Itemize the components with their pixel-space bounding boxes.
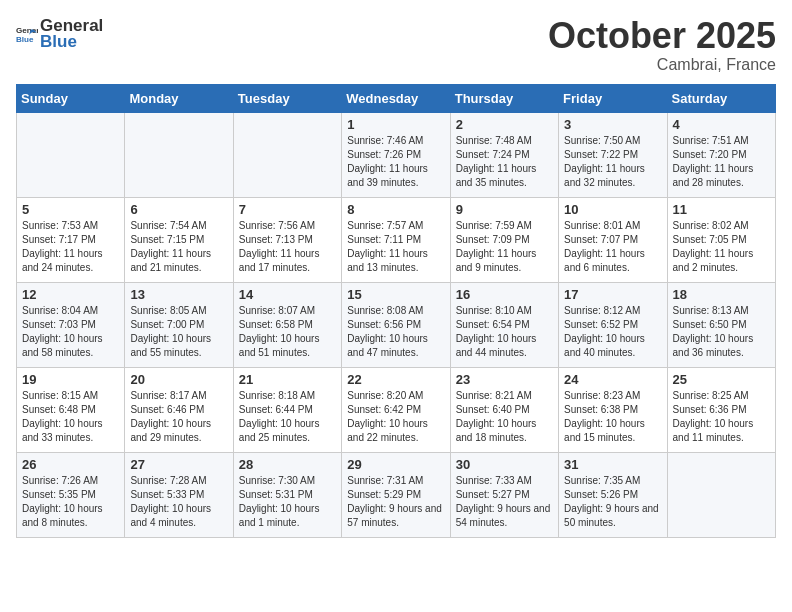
title-block: October 2025 Cambrai, France xyxy=(548,16,776,74)
day-info: Sunrise: 7:56 AMSunset: 7:13 PMDaylight:… xyxy=(239,219,336,275)
day-info: Sunrise: 8:12 AMSunset: 6:52 PMDaylight:… xyxy=(564,304,661,360)
calendar-cell: 23Sunrise: 8:21 AMSunset: 6:40 PMDayligh… xyxy=(450,367,558,452)
day-number: 3 xyxy=(564,117,661,132)
calendar-cell xyxy=(233,112,341,197)
page-header: General Blue General Blue October 2025 C… xyxy=(16,16,776,74)
day-number: 30 xyxy=(456,457,553,472)
day-info: Sunrise: 8:08 AMSunset: 6:56 PMDaylight:… xyxy=(347,304,444,360)
day-number: 10 xyxy=(564,202,661,217)
calendar-cell: 22Sunrise: 8:20 AMSunset: 6:42 PMDayligh… xyxy=(342,367,450,452)
weekday-header: Wednesday xyxy=(342,84,450,112)
weekday-header: Thursday xyxy=(450,84,558,112)
day-info: Sunrise: 8:21 AMSunset: 6:40 PMDaylight:… xyxy=(456,389,553,445)
day-info: Sunrise: 8:04 AMSunset: 7:03 PMDaylight:… xyxy=(22,304,119,360)
day-info: Sunrise: 8:01 AMSunset: 7:07 PMDaylight:… xyxy=(564,219,661,275)
calendar-cell: 3Sunrise: 7:50 AMSunset: 7:22 PMDaylight… xyxy=(559,112,667,197)
calendar-cell: 8Sunrise: 7:57 AMSunset: 7:11 PMDaylight… xyxy=(342,197,450,282)
day-number: 14 xyxy=(239,287,336,302)
day-info: Sunrise: 7:33 AMSunset: 5:27 PMDaylight:… xyxy=(456,474,553,530)
calendar-cell: 25Sunrise: 8:25 AMSunset: 6:36 PMDayligh… xyxy=(667,367,775,452)
day-info: Sunrise: 8:15 AMSunset: 6:48 PMDaylight:… xyxy=(22,389,119,445)
calendar-cell xyxy=(17,112,125,197)
weekday-header: Saturday xyxy=(667,84,775,112)
day-number: 31 xyxy=(564,457,661,472)
day-number: 24 xyxy=(564,372,661,387)
day-number: 20 xyxy=(130,372,227,387)
logo: General Blue General Blue xyxy=(16,16,103,53)
day-info: Sunrise: 7:57 AMSunset: 7:11 PMDaylight:… xyxy=(347,219,444,275)
day-info: Sunrise: 7:59 AMSunset: 7:09 PMDaylight:… xyxy=(456,219,553,275)
calendar-cell: 30Sunrise: 7:33 AMSunset: 5:27 PMDayligh… xyxy=(450,452,558,537)
calendar-cell: 26Sunrise: 7:26 AMSunset: 5:35 PMDayligh… xyxy=(17,452,125,537)
calendar-cell: 6Sunrise: 7:54 AMSunset: 7:15 PMDaylight… xyxy=(125,197,233,282)
calendar-cell: 11Sunrise: 8:02 AMSunset: 7:05 PMDayligh… xyxy=(667,197,775,282)
day-number: 19 xyxy=(22,372,119,387)
day-number: 2 xyxy=(456,117,553,132)
day-number: 25 xyxy=(673,372,770,387)
calendar-cell: 13Sunrise: 8:05 AMSunset: 7:00 PMDayligh… xyxy=(125,282,233,367)
calendar-header-row: SundayMondayTuesdayWednesdayThursdayFrid… xyxy=(17,84,776,112)
day-info: Sunrise: 8:17 AMSunset: 6:46 PMDaylight:… xyxy=(130,389,227,445)
day-info: Sunrise: 7:48 AMSunset: 7:24 PMDaylight:… xyxy=(456,134,553,190)
day-number: 13 xyxy=(130,287,227,302)
calendar-cell: 15Sunrise: 8:08 AMSunset: 6:56 PMDayligh… xyxy=(342,282,450,367)
calendar-cell: 9Sunrise: 7:59 AMSunset: 7:09 PMDaylight… xyxy=(450,197,558,282)
calendar-table: SundayMondayTuesdayWednesdayThursdayFrid… xyxy=(16,84,776,538)
day-number: 11 xyxy=(673,202,770,217)
day-info: Sunrise: 8:05 AMSunset: 7:00 PMDaylight:… xyxy=(130,304,227,360)
location-title: Cambrai, France xyxy=(548,56,776,74)
weekday-header: Monday xyxy=(125,84,233,112)
day-info: Sunrise: 8:13 AMSunset: 6:50 PMDaylight:… xyxy=(673,304,770,360)
calendar-week-row: 26Sunrise: 7:26 AMSunset: 5:35 PMDayligh… xyxy=(17,452,776,537)
day-number: 28 xyxy=(239,457,336,472)
day-number: 4 xyxy=(673,117,770,132)
day-number: 6 xyxy=(130,202,227,217)
day-number: 15 xyxy=(347,287,444,302)
day-number: 21 xyxy=(239,372,336,387)
day-info: Sunrise: 7:54 AMSunset: 7:15 PMDaylight:… xyxy=(130,219,227,275)
day-info: Sunrise: 8:23 AMSunset: 6:38 PMDaylight:… xyxy=(564,389,661,445)
day-number: 7 xyxy=(239,202,336,217)
calendar-week-row: 12Sunrise: 8:04 AMSunset: 7:03 PMDayligh… xyxy=(17,282,776,367)
calendar-cell: 24Sunrise: 8:23 AMSunset: 6:38 PMDayligh… xyxy=(559,367,667,452)
day-info: Sunrise: 7:30 AMSunset: 5:31 PMDaylight:… xyxy=(239,474,336,530)
calendar-cell: 4Sunrise: 7:51 AMSunset: 7:20 PMDaylight… xyxy=(667,112,775,197)
day-number: 29 xyxy=(347,457,444,472)
day-number: 1 xyxy=(347,117,444,132)
day-info: Sunrise: 7:46 AMSunset: 7:26 PMDaylight:… xyxy=(347,134,444,190)
calendar-cell: 5Sunrise: 7:53 AMSunset: 7:17 PMDaylight… xyxy=(17,197,125,282)
calendar-cell: 21Sunrise: 8:18 AMSunset: 6:44 PMDayligh… xyxy=(233,367,341,452)
day-info: Sunrise: 7:51 AMSunset: 7:20 PMDaylight:… xyxy=(673,134,770,190)
day-info: Sunrise: 8:10 AMSunset: 6:54 PMDaylight:… xyxy=(456,304,553,360)
calendar-week-row: 1Sunrise: 7:46 AMSunset: 7:26 PMDaylight… xyxy=(17,112,776,197)
calendar-cell: 31Sunrise: 7:35 AMSunset: 5:26 PMDayligh… xyxy=(559,452,667,537)
day-number: 23 xyxy=(456,372,553,387)
day-number: 22 xyxy=(347,372,444,387)
calendar-cell: 7Sunrise: 7:56 AMSunset: 7:13 PMDaylight… xyxy=(233,197,341,282)
day-number: 17 xyxy=(564,287,661,302)
day-info: Sunrise: 8:07 AMSunset: 6:58 PMDaylight:… xyxy=(239,304,336,360)
calendar-cell: 29Sunrise: 7:31 AMSunset: 5:29 PMDayligh… xyxy=(342,452,450,537)
calendar-cell: 19Sunrise: 8:15 AMSunset: 6:48 PMDayligh… xyxy=(17,367,125,452)
weekday-header: Friday xyxy=(559,84,667,112)
calendar-cell: 20Sunrise: 8:17 AMSunset: 6:46 PMDayligh… xyxy=(125,367,233,452)
calendar-cell: 17Sunrise: 8:12 AMSunset: 6:52 PMDayligh… xyxy=(559,282,667,367)
day-number: 18 xyxy=(673,287,770,302)
weekday-header: Tuesday xyxy=(233,84,341,112)
day-number: 27 xyxy=(130,457,227,472)
day-info: Sunrise: 8:02 AMSunset: 7:05 PMDaylight:… xyxy=(673,219,770,275)
logo-icon: General Blue xyxy=(16,23,38,45)
calendar-cell: 16Sunrise: 8:10 AMSunset: 6:54 PMDayligh… xyxy=(450,282,558,367)
day-info: Sunrise: 8:18 AMSunset: 6:44 PMDaylight:… xyxy=(239,389,336,445)
day-number: 16 xyxy=(456,287,553,302)
day-number: 12 xyxy=(22,287,119,302)
svg-text:Blue: Blue xyxy=(16,35,34,44)
day-number: 8 xyxy=(347,202,444,217)
day-info: Sunrise: 7:31 AMSunset: 5:29 PMDaylight:… xyxy=(347,474,444,530)
calendar-cell: 1Sunrise: 7:46 AMSunset: 7:26 PMDaylight… xyxy=(342,112,450,197)
calendar-week-row: 19Sunrise: 8:15 AMSunset: 6:48 PMDayligh… xyxy=(17,367,776,452)
weekday-header: Sunday xyxy=(17,84,125,112)
calendar-cell: 14Sunrise: 8:07 AMSunset: 6:58 PMDayligh… xyxy=(233,282,341,367)
day-info: Sunrise: 7:53 AMSunset: 7:17 PMDaylight:… xyxy=(22,219,119,275)
calendar-cell: 10Sunrise: 8:01 AMSunset: 7:07 PMDayligh… xyxy=(559,197,667,282)
